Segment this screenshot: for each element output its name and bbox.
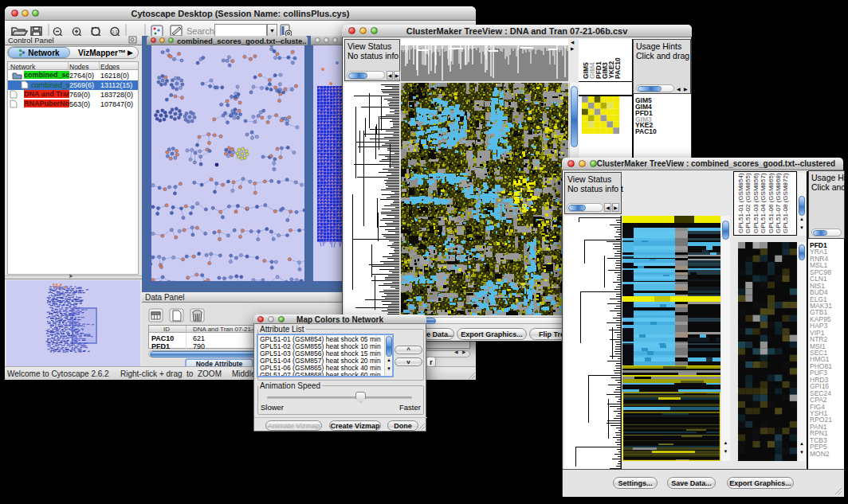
svg-text:1:1: 1:1 xyxy=(112,29,118,34)
